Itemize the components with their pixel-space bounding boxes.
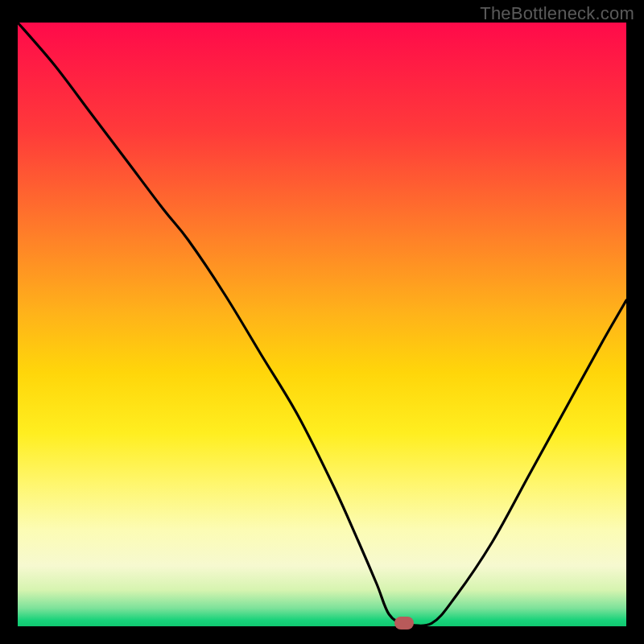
plot-area	[18, 23, 626, 626]
watermark-text: TheBottleneck.com	[480, 3, 634, 24]
curve-svg	[18, 23, 626, 626]
bottleneck-curve-path	[18, 23, 626, 625]
chart-frame: TheBottleneck.com	[0, 0, 644, 644]
optimal-match-marker	[394, 617, 414, 630]
